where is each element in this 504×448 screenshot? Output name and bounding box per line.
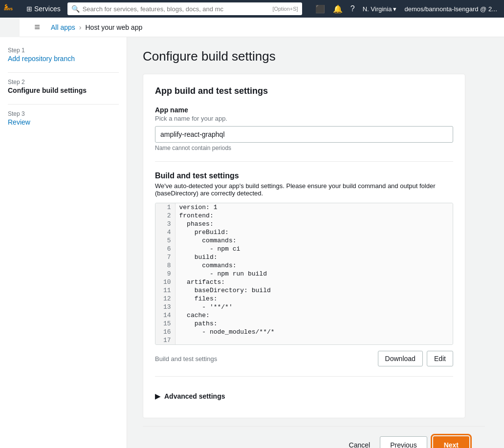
code-line-number: 14 [155, 311, 175, 320]
code-line-number: 13 [155, 303, 175, 311]
steps-sidebar: Step 1 Add repository branch Step 2 Conf… [0, 37, 127, 448]
download-button[interactable]: Download [378, 351, 423, 366]
top-navigation: aws ⊞ Services 🔍 [Option+S] ⬛ 🔔 ? N. Vir… [0, 0, 504, 18]
breadcrumb-all-apps[interactable]: All apps [51, 23, 75, 31]
build-settings-card: App build and test settings App name Pic… [143, 74, 465, 418]
edit-button[interactable]: Edit [427, 351, 453, 366]
code-footer: Build and test settings Download Edit [155, 351, 453, 366]
help-button[interactable]: ? [348, 2, 358, 15]
code-line-number: 12 [155, 295, 175, 303]
code-line-content: build: [175, 253, 453, 261]
code-line-content: commands: [175, 236, 453, 245]
code-line-content: - node_modules/**/* [175, 328, 453, 336]
code-line: 17 [155, 336, 453, 344]
code-line: 12 files: [155, 295, 453, 303]
nav-icon-group: ⬛ 🔔 ? N. Virginia ▾ demos/bannonta-lseng… [312, 2, 500, 16]
code-line: 3 phases: [155, 220, 453, 228]
sidebar-toggle-button[interactable]: ≡ [27, 18, 47, 37]
code-line-number: 3 [155, 220, 175, 228]
region-label: N. Virginia [363, 5, 392, 13]
code-line: 8 commands: [155, 261, 453, 270]
code-line-content: phases: [175, 220, 453, 228]
global-search[interactable]: 🔍 [Option+S] [67, 2, 302, 15]
code-line: 5 commands: [155, 236, 453, 245]
step-2-title: Configure build settings [8, 86, 87, 94]
advanced-settings-toggle[interactable]: ▶ Advanced settings [155, 386, 453, 406]
code-line-content: - npm run build [175, 270, 453, 278]
code-line-content: - '**/*' [175, 303, 453, 311]
step-3-item: Step 3 Review [8, 110, 119, 126]
breadcrumb-separator: › [79, 23, 82, 31]
bottom-actions: Cancel Previous Next [143, 426, 485, 448]
step-1-label: Step 1 [8, 47, 119, 54]
services-label: Services [34, 5, 61, 13]
step-1-title[interactable]: Add repository branch [8, 55, 75, 63]
grid-icon: ⊞ [26, 5, 32, 13]
code-line-number: 17 [155, 336, 175, 344]
code-line-content: commands: [175, 261, 453, 270]
app-name-label: App name [155, 106, 453, 114]
build-test-title: Build and test settings [155, 171, 453, 180]
cancel-button[interactable]: Cancel [345, 436, 374, 448]
code-line-number: 11 [155, 286, 175, 295]
advanced-settings-label: Advanced settings [164, 392, 225, 400]
main-layout: Step 1 Add repository branch Step 2 Conf… [0, 37, 504, 448]
code-line-number: 8 [155, 261, 175, 270]
user-menu[interactable]: demos/bannonta-lsengard @ 2... [401, 5, 500, 13]
main-content: Configure build settings App build and t… [127, 37, 504, 448]
notifications-button[interactable]: 🔔 [330, 2, 346, 16]
code-line-number: 2 [155, 212, 175, 220]
code-line-content: version: 1 [175, 203, 453, 212]
code-line-number: 7 [155, 253, 175, 261]
code-table: 1version: 12frontend:3 phases:4 preBuild… [155, 203, 453, 344]
code-line: 15 paths: [155, 320, 453, 328]
breadcrumb: ≡ All apps › Host your web app [20, 18, 504, 37]
app-name-hint: Pick a name for your app. [155, 115, 453, 122]
code-footer-actions: Download Edit [378, 351, 453, 366]
code-line-number: 6 [155, 245, 175, 253]
code-line-number: 1 [155, 203, 175, 212]
code-line-number: 9 [155, 270, 175, 278]
code-footer-label: Build and test settings [155, 355, 217, 363]
app-name-error: Name cannot contain periods [155, 145, 453, 151]
code-block: 1version: 12frontend:3 phases:4 preBuild… [155, 203, 453, 345]
code-line: 9 - npm run build [155, 270, 453, 278]
search-icon: 🔍 [71, 5, 80, 13]
code-line-content: files: [175, 295, 453, 303]
card-title: App build and test settings [155, 86, 453, 96]
code-line: 14 cache: [155, 311, 453, 320]
code-line: 1version: 1 [155, 203, 453, 212]
build-test-desc: We've auto-detected your app's build set… [155, 182, 453, 197]
code-line: 7 build: [155, 253, 453, 261]
search-input[interactable] [83, 5, 270, 13]
code-line: 13 - '**/*' [155, 303, 453, 311]
cloudshell-button[interactable]: ⬛ [312, 2, 328, 16]
code-line-number: 5 [155, 236, 175, 245]
code-line-content: baseDirectory: build [175, 286, 453, 295]
code-line-content: paths: [175, 320, 453, 328]
code-line-content: frontend: [175, 212, 453, 220]
app-name-field: App name Pick a name for your app. Name … [155, 106, 453, 151]
app-name-input[interactable] [155, 126, 453, 143]
aws-logo: aws [4, 2, 20, 16]
code-line: 16 - node_modules/**/* [155, 328, 453, 336]
step-2-item: Step 2 Configure build settings [8, 79, 119, 94]
code-line-content: cache: [175, 311, 453, 320]
code-line-number: 16 [155, 328, 175, 336]
step-1-item: Step 1 Add repository branch [8, 47, 119, 63]
previous-button[interactable]: Previous [380, 436, 427, 448]
svg-text:aws: aws [4, 6, 13, 11]
code-line: 11 baseDirectory: build [155, 286, 453, 295]
advanced-triangle-icon: ▶ [155, 392, 160, 400]
breadcrumb-current-page: Host your web app [85, 23, 142, 31]
region-selector[interactable]: N. Virginia ▾ [360, 5, 400, 13]
page-title: Configure build settings [143, 49, 488, 64]
services-menu-button[interactable]: ⊞ Services [23, 0, 64, 18]
step-3-title[interactable]: Review [8, 118, 30, 126]
code-line: 4 preBuild: [155, 228, 453, 236]
search-shortcut: [Option+S] [272, 6, 298, 12]
step-3-label: Step 3 [8, 110, 119, 117]
code-line-content: - npm ci [175, 245, 453, 253]
next-button[interactable]: Next [433, 436, 469, 448]
code-line-content: artifacts: [175, 278, 453, 286]
